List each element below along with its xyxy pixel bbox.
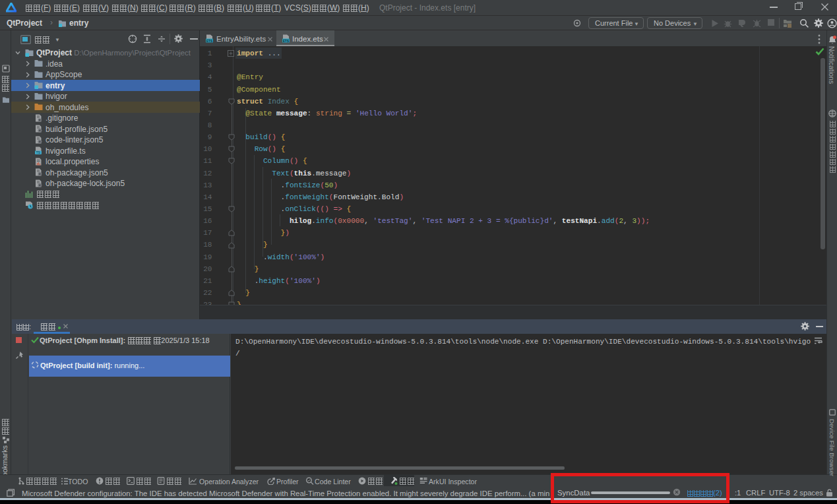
svg-text:TS: TS xyxy=(36,150,41,154)
svg-text:ETS: ETS xyxy=(283,40,289,43)
svg-text:ETS: ETS xyxy=(206,40,212,43)
